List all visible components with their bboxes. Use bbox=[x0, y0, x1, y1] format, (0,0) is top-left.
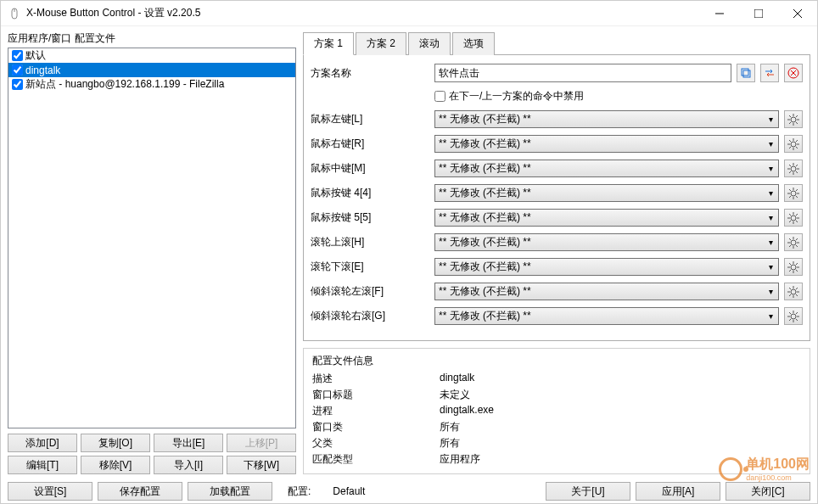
edit-button[interactable]: 编辑[T] bbox=[8, 456, 77, 474]
copy-icon-button[interactable] bbox=[737, 64, 755, 82]
load-config-button[interactable]: 加载配置 bbox=[188, 482, 272, 501]
svg-point-65 bbox=[791, 265, 796, 270]
svg-line-27 bbox=[796, 140, 798, 142]
mouse-action-combo[interactable]: ** 无修改 (不拦截) ** bbox=[434, 160, 779, 177]
maximize-button[interactable] bbox=[739, 1, 778, 26]
app-icon bbox=[8, 7, 21, 20]
info-match-value: 应用程序 bbox=[440, 452, 480, 467]
save-config-button[interactable]: 保存配置 bbox=[98, 482, 182, 501]
mouse-action-combo[interactable]: ** 无修改 (不拦截) ** bbox=[434, 233, 779, 251]
svg-line-46 bbox=[789, 196, 791, 198]
apply-button[interactable]: 应用[A] bbox=[636, 482, 720, 501]
close-button[interactable] bbox=[778, 1, 817, 26]
list-item-checkbox[interactable] bbox=[12, 64, 23, 76]
info-title: 配置文件信息 bbox=[312, 354, 801, 368]
settings-button[interactable]: 设置[S] bbox=[8, 482, 92, 501]
mouse-action-combo[interactable]: ** 无修改 (不拦截) ** bbox=[434, 258, 779, 276]
remove-button[interactable]: 移除[V] bbox=[81, 456, 150, 474]
disable-in-prev-next-checkbox[interactable] bbox=[434, 91, 445, 102]
mouse-button-label: 鼠标中键[M] bbox=[311, 161, 429, 176]
list-item[interactable]: dingtalk bbox=[8, 63, 295, 77]
profile-info-group: 配置文件信息 描述dingtalk 窗口标题未定义 进程dingtalk.exe… bbox=[303, 348, 810, 474]
gear-icon-button[interactable] bbox=[784, 258, 803, 276]
svg-line-25 bbox=[789, 140, 791, 142]
mouse-button-label: 鼠标左键[L] bbox=[311, 112, 429, 126]
add-button[interactable]: 添加[D] bbox=[8, 434, 77, 452]
svg-line-26 bbox=[796, 147, 798, 148]
about-button[interactable]: 关于[U] bbox=[546, 482, 630, 501]
svg-line-35 bbox=[796, 171, 798, 173]
svg-line-19 bbox=[789, 122, 791, 124]
import-button[interactable]: 导入[I] bbox=[154, 456, 223, 474]
mouse-action-combo[interactable]: ** 无修改 (不拦截) ** bbox=[434, 283, 779, 300]
titlebar-text: X-Mouse Button Control - 设置 v2.20.5 bbox=[26, 6, 700, 20]
close-dialog-button[interactable]: 关闭[C] bbox=[726, 482, 810, 501]
svg-line-53 bbox=[796, 221, 798, 222]
svg-line-43 bbox=[789, 189, 791, 191]
svg-line-52 bbox=[789, 214, 791, 216]
svg-point-38 bbox=[791, 191, 796, 196]
gear-icon-button[interactable] bbox=[784, 209, 803, 227]
profile-listbox[interactable]: 默认dingtalk新站点 - huangbo@192.168.1.199 - … bbox=[8, 48, 296, 428]
minimize-button[interactable] bbox=[700, 1, 739, 26]
list-item-checkbox[interactable] bbox=[12, 79, 23, 90]
svg-line-88 bbox=[789, 312, 791, 314]
mouse-button-label: 倾斜滚轮左滚[F] bbox=[311, 284, 429, 299]
info-process-value: dingtalk.exe bbox=[440, 404, 494, 418]
profile-value: Default bbox=[333, 485, 365, 497]
svg-line-81 bbox=[796, 288, 798, 289]
copy-button[interactable]: 复制[O] bbox=[81, 434, 150, 452]
gear-icon-button[interactable] bbox=[784, 283, 803, 300]
svg-line-18 bbox=[796, 115, 798, 117]
tab-scroll[interactable]: 滚动 bbox=[408, 32, 451, 55]
move-up-button[interactable]: 上移[P] bbox=[227, 434, 296, 452]
svg-point-20 bbox=[791, 142, 796, 147]
bottom-bar: 设置[S] 保存配置 加载配置 配置: Default 关于[U] 应用[A] … bbox=[1, 474, 817, 504]
info-wintitle-value: 未定义 bbox=[440, 388, 470, 402]
svg-line-64 bbox=[789, 245, 791, 247]
tab-plan-2[interactable]: 方案 2 bbox=[356, 32, 406, 55]
svg-line-36 bbox=[796, 165, 798, 166]
gear-icon-button[interactable] bbox=[784, 307, 803, 325]
svg-line-55 bbox=[789, 221, 791, 222]
mouse-action-combo[interactable]: ** 无修改 (不拦截) ** bbox=[434, 184, 779, 202]
info-parent-value: 所有 bbox=[440, 436, 460, 451]
plan-name-input[interactable] bbox=[434, 64, 731, 82]
move-down-button[interactable]: 下移[W] bbox=[227, 456, 296, 474]
mouse-button-label: 鼠标按键 4[4] bbox=[311, 186, 429, 200]
list-item[interactable]: 默认 bbox=[8, 48, 295, 63]
mouse-button-label: 滚轮下滚[E] bbox=[311, 260, 429, 274]
export-button[interactable]: 导出[E] bbox=[154, 434, 223, 452]
list-item-label: 新站点 - huangbo@192.168.1.199 - FileZilla bbox=[25, 77, 224, 92]
swap-icon-button[interactable] bbox=[760, 64, 779, 82]
info-desc-value: dingtalk bbox=[440, 372, 474, 386]
gear-icon-button[interactable] bbox=[784, 184, 803, 202]
mouse-action-combo[interactable]: ** 无修改 (不拦截) ** bbox=[434, 135, 779, 153]
svg-line-63 bbox=[796, 238, 798, 240]
profile-list-label: 应用程序/窗口 配置文件 bbox=[8, 31, 296, 46]
svg-line-89 bbox=[796, 319, 798, 321]
titlebar: X-Mouse Button Control - 设置 v2.20.5 bbox=[1, 1, 817, 26]
tab-options[interactable]: 选项 bbox=[452, 32, 495, 55]
mouse-action-combo[interactable]: ** 无修改 (不拦截) ** bbox=[434, 110, 779, 128]
delete-icon-button[interactable] bbox=[784, 64, 803, 82]
mouse-button-label: 鼠标右键[R] bbox=[311, 137, 429, 151]
list-item[interactable]: 新站点 - huangbo@192.168.1.199 - FileZilla bbox=[8, 77, 295, 92]
mouse-button-label: 鼠标按键 5[5] bbox=[311, 210, 429, 225]
info-desc-label: 描述 bbox=[312, 372, 440, 386]
mouse-action-combo[interactable]: ** 无修改 (不拦截) ** bbox=[434, 307, 779, 325]
gear-icon-button[interactable] bbox=[784, 160, 803, 177]
tabs: 方案 1 方案 2 滚动 选项 bbox=[303, 31, 810, 55]
list-item-checkbox[interactable] bbox=[12, 50, 23, 61]
gear-icon-button[interactable] bbox=[784, 110, 803, 128]
tab-plan-1[interactable]: 方案 1 bbox=[303, 32, 354, 55]
gear-icon-button[interactable] bbox=[784, 135, 803, 153]
gear-icon-button[interactable] bbox=[784, 233, 803, 251]
svg-rect-3 bbox=[754, 9, 763, 18]
svg-point-29 bbox=[791, 166, 796, 171]
svg-line-44 bbox=[796, 196, 798, 198]
mouse-action-combo[interactable]: ** 无修改 (不拦截) ** bbox=[434, 209, 779, 227]
svg-line-72 bbox=[796, 263, 798, 265]
svg-line-54 bbox=[796, 214, 798, 216]
info-wintitle-label: 窗口标题 bbox=[312, 388, 440, 402]
